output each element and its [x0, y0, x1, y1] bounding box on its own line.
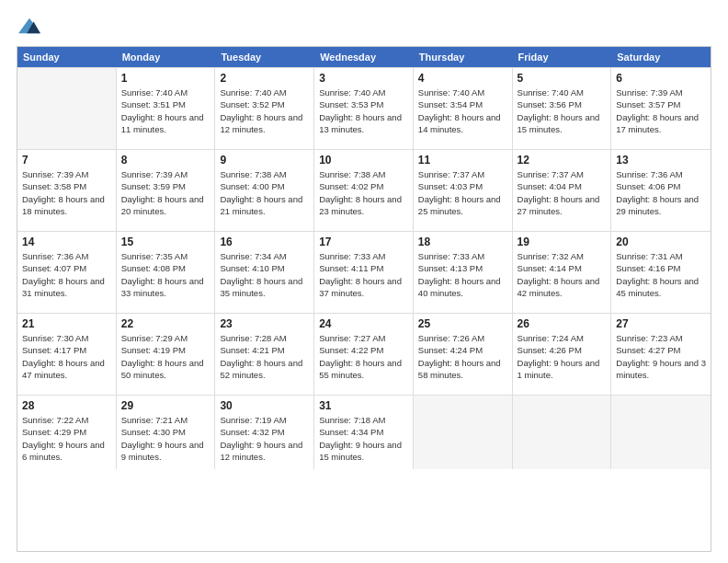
calendar-body: 1Sunrise: 7:40 AM Sunset: 3:51 PM Daylig… — [17, 67, 711, 469]
day-info: Sunrise: 7:34 AM Sunset: 4:10 PM Dayligh… — [220, 250, 309, 299]
day-info: Sunrise: 7:40 AM Sunset: 3:56 PM Dayligh… — [518, 86, 607, 135]
day-info: Sunrise: 7:24 AM Sunset: 4:26 PM Dayligh… — [518, 332, 607, 381]
day-info: Sunrise: 7:39 AM Sunset: 3:58 PM Dayligh… — [22, 168, 111, 217]
calendar-cell: 3Sunrise: 7:40 AM Sunset: 3:53 PM Daylig… — [314, 68, 414, 149]
calendar-cell — [414, 396, 513, 469]
calendar-row: 14Sunrise: 7:36 AM Sunset: 4:07 PM Dayli… — [17, 231, 711, 313]
day-number: 19 — [518, 236, 607, 248]
day-number: 31 — [319, 399, 408, 412]
calendar: SundayMondayTuesdayWednesdayThursdayFrid… — [17, 46, 711, 552]
day-number: 3 — [319, 72, 408, 85]
day-info: Sunrise: 7:27 AM Sunset: 4:22 PM Dayligh… — [319, 332, 408, 381]
calendar-cell: 25Sunrise: 7:26 AM Sunset: 4:24 PM Dayli… — [414, 314, 513, 395]
day-number: 20 — [616, 236, 706, 248]
calendar-cell: 30Sunrise: 7:19 AM Sunset: 4:32 PM Dayli… — [215, 396, 314, 469]
day-number: 15 — [121, 236, 210, 248]
day-info: Sunrise: 7:39 AM Sunset: 3:57 PM Dayligh… — [616, 86, 706, 135]
calendar-cell: 29Sunrise: 7:21 AM Sunset: 4:30 PM Dayli… — [117, 396, 216, 469]
day-info: Sunrise: 7:40 AM Sunset: 3:51 PM Dayligh… — [121, 86, 210, 135]
calendar-cell: 23Sunrise: 7:28 AM Sunset: 4:21 PM Dayli… — [215, 314, 314, 395]
calendar-cell: 15Sunrise: 7:35 AM Sunset: 4:08 PM Dayli… — [117, 232, 216, 313]
calendar-cell: 16Sunrise: 7:34 AM Sunset: 4:10 PM Dayli… — [215, 232, 314, 313]
calendar-cell — [611, 396, 711, 469]
day-info: Sunrise: 7:30 AM Sunset: 4:17 PM Dayligh… — [22, 332, 111, 381]
day-info: Sunrise: 7:31 AM Sunset: 4:16 PM Dayligh… — [616, 250, 706, 299]
logo — [17, 17, 46, 37]
day-info: Sunrise: 7:36 AM Sunset: 4:07 PM Dayligh… — [22, 250, 111, 299]
day-number: 14 — [22, 236, 111, 248]
day-number: 13 — [616, 154, 706, 167]
weekday-header: Saturday — [611, 47, 711, 67]
day-number: 30 — [220, 399, 309, 412]
calendar-cell: 14Sunrise: 7:36 AM Sunset: 4:07 PM Dayli… — [17, 232, 117, 313]
day-number: 10 — [319, 154, 408, 167]
day-info: Sunrise: 7:21 AM Sunset: 4:30 PM Dayligh… — [121, 414, 210, 463]
weekday-header: Wednesday — [314, 47, 414, 67]
weekday-header: Friday — [513, 47, 612, 67]
day-info: Sunrise: 7:28 AM Sunset: 4:21 PM Dayligh… — [220, 332, 309, 381]
day-number: 18 — [418, 236, 507, 248]
day-number: 9 — [220, 154, 309, 167]
calendar-cell: 27Sunrise: 7:23 AM Sunset: 4:27 PM Dayli… — [611, 314, 711, 395]
calendar-cell — [17, 68, 117, 149]
day-number: 27 — [616, 317, 706, 330]
day-number: 21 — [22, 317, 111, 330]
day-info: Sunrise: 7:18 AM Sunset: 4:34 PM Dayligh… — [319, 414, 408, 463]
logo-icon — [17, 17, 42, 37]
day-number: 12 — [518, 154, 607, 167]
day-number: 24 — [319, 317, 408, 330]
day-info: Sunrise: 7:38 AM Sunset: 4:00 PM Dayligh… — [220, 168, 309, 217]
day-info: Sunrise: 7:40 AM Sunset: 3:53 PM Dayligh… — [319, 86, 408, 135]
calendar-cell: 6Sunrise: 7:39 AM Sunset: 3:57 PM Daylig… — [611, 68, 711, 149]
calendar-row: 7Sunrise: 7:39 AM Sunset: 3:58 PM Daylig… — [17, 149, 711, 231]
header — [17, 17, 711, 37]
calendar-header: SundayMondayTuesdayWednesdayThursdayFrid… — [17, 47, 711, 67]
calendar-cell: 9Sunrise: 7:38 AM Sunset: 4:00 PM Daylig… — [215, 150, 314, 231]
weekday-header: Sunday — [17, 47, 117, 67]
day-info: Sunrise: 7:29 AM Sunset: 4:19 PM Dayligh… — [121, 332, 210, 381]
calendar-cell: 4Sunrise: 7:40 AM Sunset: 3:54 PM Daylig… — [414, 68, 513, 149]
calendar-cell: 10Sunrise: 7:38 AM Sunset: 4:02 PM Dayli… — [314, 150, 414, 231]
day-number: 11 — [418, 154, 507, 167]
weekday-header: Thursday — [414, 47, 513, 67]
calendar-cell: 12Sunrise: 7:37 AM Sunset: 4:04 PM Dayli… — [513, 150, 612, 231]
weekday-header: Tuesday — [215, 47, 314, 67]
day-number: 6 — [616, 72, 706, 85]
calendar-cell: 24Sunrise: 7:27 AM Sunset: 4:22 PM Dayli… — [314, 314, 414, 395]
calendar-cell: 19Sunrise: 7:32 AM Sunset: 4:14 PM Dayli… — [513, 232, 612, 313]
calendar-cell: 31Sunrise: 7:18 AM Sunset: 4:34 PM Dayli… — [314, 396, 414, 469]
day-number: 29 — [121, 399, 210, 412]
day-number: 23 — [220, 317, 309, 330]
day-info: Sunrise: 7:37 AM Sunset: 4:03 PM Dayligh… — [418, 168, 507, 217]
day-info: Sunrise: 7:26 AM Sunset: 4:24 PM Dayligh… — [418, 332, 507, 381]
calendar-cell: 11Sunrise: 7:37 AM Sunset: 4:03 PM Dayli… — [414, 150, 513, 231]
calendar-cell: 5Sunrise: 7:40 AM Sunset: 3:56 PM Daylig… — [513, 68, 612, 149]
calendar-cell: 7Sunrise: 7:39 AM Sunset: 3:58 PM Daylig… — [17, 150, 117, 231]
day-info: Sunrise: 7:19 AM Sunset: 4:32 PM Dayligh… — [220, 414, 309, 463]
day-info: Sunrise: 7:32 AM Sunset: 4:14 PM Dayligh… — [518, 250, 607, 299]
day-info: Sunrise: 7:33 AM Sunset: 4:11 PM Dayligh… — [319, 250, 408, 299]
calendar-cell: 1Sunrise: 7:40 AM Sunset: 3:51 PM Daylig… — [117, 68, 216, 149]
day-info: Sunrise: 7:37 AM Sunset: 4:04 PM Dayligh… — [518, 168, 607, 217]
page: SundayMondayTuesdayWednesdayThursdayFrid… — [0, 0, 728, 563]
day-number: 1 — [121, 72, 210, 85]
day-number: 7 — [22, 154, 111, 167]
calendar-row: 21Sunrise: 7:30 AM Sunset: 4:17 PM Dayli… — [17, 313, 711, 395]
day-info: Sunrise: 7:40 AM Sunset: 3:52 PM Dayligh… — [220, 86, 309, 135]
day-info: Sunrise: 7:39 AM Sunset: 3:59 PM Dayligh… — [121, 168, 210, 217]
day-number: 4 — [418, 72, 507, 85]
day-number: 16 — [220, 236, 309, 248]
calendar-row: 1Sunrise: 7:40 AM Sunset: 3:51 PM Daylig… — [17, 67, 711, 149]
day-info: Sunrise: 7:36 AM Sunset: 4:06 PM Dayligh… — [616, 168, 706, 217]
calendar-cell: 17Sunrise: 7:33 AM Sunset: 4:11 PM Dayli… — [314, 232, 414, 313]
day-number: 5 — [518, 72, 607, 85]
day-number: 22 — [121, 317, 210, 330]
calendar-cell: 2Sunrise: 7:40 AM Sunset: 3:52 PM Daylig… — [215, 68, 314, 149]
day-info: Sunrise: 7:22 AM Sunset: 4:29 PM Dayligh… — [22, 414, 111, 463]
day-number: 25 — [418, 317, 507, 330]
day-info: Sunrise: 7:23 AM Sunset: 4:27 PM Dayligh… — [616, 332, 706, 381]
day-info: Sunrise: 7:40 AM Sunset: 3:54 PM Dayligh… — [418, 86, 507, 135]
weekday-header: Monday — [117, 47, 216, 67]
calendar-cell: 13Sunrise: 7:36 AM Sunset: 4:06 PM Dayli… — [611, 150, 711, 231]
calendar-cell: 21Sunrise: 7:30 AM Sunset: 4:17 PM Dayli… — [17, 314, 117, 395]
